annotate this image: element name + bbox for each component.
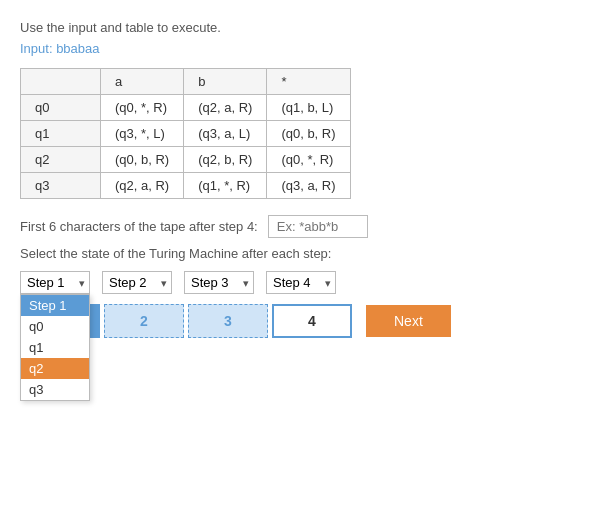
tape-input[interactable] [268, 215, 368, 238]
step-selectors: Step 1 q0 q1 q2 q3 Step 1 q0 q1 q2 q3 St… [20, 271, 586, 294]
state-question-text: Select the state of the Turing Machine a… [20, 246, 586, 261]
step4-select[interactable]: Step 4 q0q1q2q3 [266, 271, 336, 294]
table-cell: (q1, b, L) [267, 95, 350, 121]
progress-block-3: 3 [188, 304, 268, 338]
table-cell: (q3, *, L) [101, 121, 184, 147]
table-row-state: q2 [21, 147, 101, 173]
transition-table: a b * q0(q0, *, R)(q2, a, R)(q1, b, L)q1… [20, 68, 351, 199]
table-row: q0(q0, *, R)(q2, a, R)(q1, b, L) [21, 95, 351, 121]
step2-select-wrapper[interactable]: Step 2 q0q1q2q3 [102, 271, 172, 294]
table-row-state: q1 [21, 121, 101, 147]
table-cell: (q0, b, R) [267, 121, 350, 147]
progress-block-2: 2 [104, 304, 184, 338]
step2-select[interactable]: Step 2 q0q1q2q3 [102, 271, 172, 294]
col-header-a: a [101, 69, 184, 95]
table-row-state: q3 [21, 173, 101, 199]
instruction-text: Use the input and table to execute. [20, 20, 586, 35]
dropdown-item-step1[interactable]: Step 1 [21, 295, 89, 316]
step3-select[interactable]: Step 3 q0q1q2q3 [184, 271, 254, 294]
col-header-b: b [184, 69, 267, 95]
table-cell: (q0, *, R) [101, 95, 184, 121]
tape-question-text: First 6 characters of the tape after ste… [20, 219, 258, 234]
step1-dropdown-menu: Step 1 q0 q1 q2 q3 [20, 294, 90, 401]
step1-select[interactable]: Step 1 q0 q1 q2 q3 [20, 271, 90, 294]
dropdown-item-q0[interactable]: q0 [21, 316, 89, 337]
input-label: Input: bbabaa [20, 41, 586, 56]
tape-question-row: First 6 characters of the tape after ste… [20, 215, 586, 238]
next-button[interactable]: Next [366, 305, 451, 337]
table-cell: (q2, a, R) [101, 173, 184, 199]
dropdown-item-q3[interactable]: q3 [21, 379, 89, 400]
table-cell: (q1, *, R) [184, 173, 267, 199]
progress-block-4: 4 [272, 304, 352, 338]
table-row: q1(q3, *, L)(q3, a, L)(q0, b, R) [21, 121, 351, 147]
table-cell: (q2, b, R) [184, 147, 267, 173]
col-header-star: * [267, 69, 350, 95]
table-cell: (q3, a, R) [267, 173, 350, 199]
table-row: q3(q2, a, R)(q1, *, R)(q3, a, R) [21, 173, 351, 199]
table-cell: (q3, a, L) [184, 121, 267, 147]
col-header-state [21, 69, 101, 95]
table-cell: (q0, b, R) [101, 147, 184, 173]
dropdown-item-q1[interactable]: q1 [21, 337, 89, 358]
dropdown-item-q2[interactable]: q2 [21, 358, 89, 379]
table-cell: (q0, *, R) [267, 147, 350, 173]
step1-select-wrapper[interactable]: Step 1 q0 q1 q2 q3 Step 1 q0 q1 q2 q3 [20, 271, 90, 294]
step3-select-wrapper[interactable]: Step 3 q0q1q2q3 [184, 271, 254, 294]
table-row: q2(q0, b, R)(q2, b, R)(q0, *, R) [21, 147, 351, 173]
table-cell: (q2, a, R) [184, 95, 267, 121]
step4-select-wrapper[interactable]: Step 4 q0q1q2q3 [266, 271, 336, 294]
table-row-state: q0 [21, 95, 101, 121]
